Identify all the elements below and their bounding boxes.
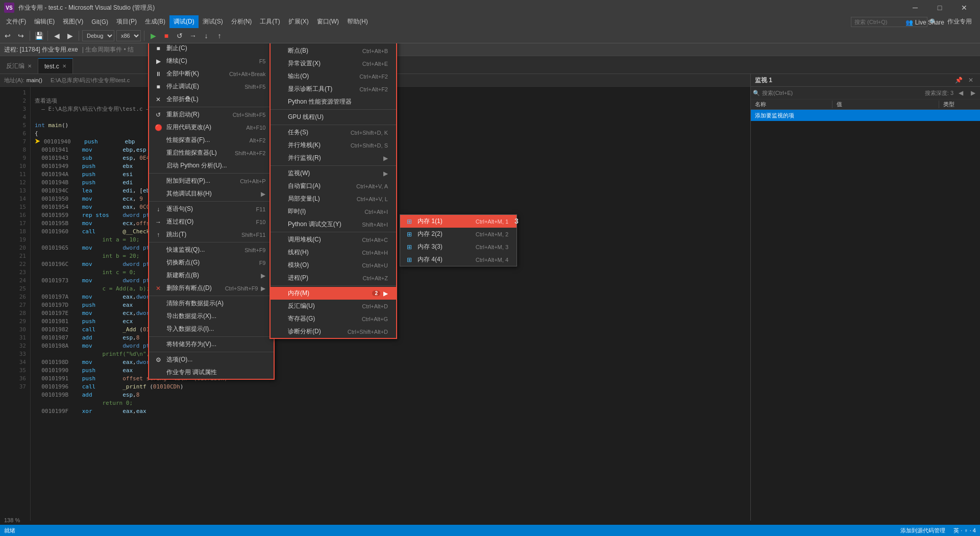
menu-extensions[interactable]: 扩展(X) (284, 15, 313, 28)
wm-python-interactive[interactable]: Python 调试交互(Y) Shift+Alt+I (271, 218, 396, 231)
watch-add-row[interactable]: 添加要监视的项 (751, 110, 980, 121)
menu-test[interactable]: 测试(S) (199, 15, 227, 28)
dm-delete-all-bp[interactable]: ✕ 删除所有断点(D) Ctrl+Shift+F9 ▶ (149, 282, 274, 295)
status-source-control[interactable]: 添加到源代码管理 (900, 527, 945, 534)
dm-other-targets[interactable]: 其他调试目标(H) ▶ (149, 187, 274, 200)
dm-toggle-bp[interactable]: 切换断点(G) F9 (149, 256, 274, 269)
wm-parallel-stacks[interactable]: 并行堆栈(K) Ctrl+Shift+D, S (271, 139, 396, 152)
menu-help[interactable]: 帮助(H) (343, 15, 372, 28)
dm-new-bp[interactable]: 新建断点(B) ▶ (149, 269, 274, 282)
mem-3[interactable]: ⊞ 内存 3(3) Ctrl+Alt+M, 3 (400, 240, 517, 253)
live-share-label: Live Share (915, 19, 944, 26)
debug-config-dropdown[interactable]: Debug (82, 30, 114, 41)
start-btn[interactable]: ▶ (148, 30, 159, 41)
restart-btn[interactable]: ↺ (174, 30, 185, 41)
wm-tasks[interactable]: 任务(S) Ctrl+Shift+D, K (271, 126, 396, 139)
wm-python-perf[interactable]: Python 性能资源管理器 (271, 95, 396, 108)
tab-testc-close[interactable]: ✕ (62, 63, 66, 69)
menu-git[interactable]: Git(G) (87, 15, 112, 28)
menu-analyze[interactable]: 分析(N) (227, 15, 256, 28)
dm-step-over[interactable]: → 逐过程(O) F10 (149, 215, 274, 228)
dm-step-out[interactable]: ↑ 跳出(T) Shift+F11 (149, 228, 274, 241)
menu-window[interactable]: 窗口(W) (313, 15, 343, 28)
back-btn[interactable]: ◀ (51, 30, 62, 41)
wm-autos[interactable]: 自动窗口(A) Ctrl+Alt+V, A (271, 180, 396, 192)
watch-nav-back[interactable]: ◀ (955, 88, 966, 98)
mem-badge: 2 (372, 290, 380, 296)
step-over-btn[interactable]: → (187, 30, 199, 41)
menu-debug[interactable]: 调试(D) (169, 15, 199, 28)
wm-callstack[interactable]: 调用堆栈(C) Ctrl+Alt+C (271, 233, 396, 246)
wm-disasm[interactable]: 反汇编(U) Ctrl+Alt+D (271, 300, 396, 312)
menu-file[interactable]: 文件(F) (2, 15, 30, 28)
menu-build[interactable]: 生成(B) (141, 15, 169, 28)
step-into-btn[interactable]: ↓ (201, 30, 212, 41)
dm-collapse[interactable]: ✕ 全部折叠(L) (149, 93, 274, 106)
dm-apply-code[interactable]: 🔴 应用代码更改(A) Alt+F10 (149, 121, 274, 134)
undo-btn[interactable]: ↩ (2, 30, 13, 41)
window-controls: ─ □ ✕ (903, 0, 976, 15)
minimize-button[interactable]: ─ (903, 0, 927, 15)
watch-header: 监视 1 📌 ✕ (751, 74, 980, 87)
dm-sep4 (149, 242, 274, 242)
dm-save-dump[interactable]: 将转储另存为(V)... (149, 338, 274, 351)
wm-diagnostic-analysis[interactable]: 诊断分析(D) Ctrl+Shift+Alt+D (271, 325, 396, 338)
dm-perf-profiler[interactable]: 性能探查器(F)... Alt+F2 (149, 134, 274, 147)
wm-breakpoints[interactable]: 断点(B) Ctrl+Alt+B (271, 44, 396, 57)
watch-nav-forward[interactable]: ▶ (968, 88, 978, 98)
tab-bar: 反汇编 ✕ test.c ✕ (0, 56, 980, 74)
dm-attach-process[interactable]: 附加到进程(P)... Ctrl+Alt+P (149, 175, 274, 187)
wm-locals[interactable]: 局部变量(L) Ctrl+Alt+V, L (271, 192, 396, 205)
wm-parallel-watch[interactable]: 并行监视(R) ▶ (271, 152, 396, 164)
wm-modules[interactable]: 模块(O) Ctrl+Alt+U (271, 259, 396, 272)
menu-view[interactable]: 视图(V) (59, 15, 87, 28)
tab-testc[interactable]: test.c ✕ (38, 58, 73, 74)
dm-break-all[interactable]: ⏸ 全部中断(K) Ctrl+Alt+Break (149, 67, 274, 80)
memory-submenu: ⊞ 内存 1(1) Ctrl+Alt+M, 1 ⊞ 内存 2(2) Ctrl+A… (400, 214, 517, 266)
close-button[interactable]: ✕ (952, 0, 976, 15)
live-share-btn[interactable]: 👥 Live Share (900, 16, 949, 29)
dm-clear-data-tips[interactable]: 清除所有数据提示(A) (149, 297, 274, 310)
dm-python-profile[interactable]: 启动 Python 分析(U)... (149, 159, 274, 172)
dm-stop-debug[interactable]: ■ 停止调试(E) Shift+F5 (149, 80, 274, 93)
wm-output[interactable]: 输出(O) Ctrl+Alt+F2 (271, 70, 396, 83)
maximize-button[interactable]: □ (928, 0, 951, 15)
wm-immediate[interactable]: 即时(I) Ctrl+Alt+I (271, 205, 396, 218)
wm-exceptions[interactable]: 异常设置(X) Ctrl+Alt+E (271, 57, 396, 70)
wm-threads[interactable]: 线程(H) Ctrl+Alt+H (271, 246, 396, 259)
dm-quickwatch[interactable]: 快速监视(Q)... Shift+F9 (149, 243, 274, 256)
stop-btn[interactable]: ■ (161, 30, 172, 41)
save-btn[interactable]: 💾 (33, 30, 44, 41)
watch-close-btn[interactable]: ✕ (966, 75, 976, 85)
wm-diag-tools[interactable]: 显示诊断工具(T) Ctrl+Alt+F2 (271, 83, 396, 95)
dm-options[interactable]: ⚙ 选项(O)... (149, 353, 274, 366)
tab-disasm[interactable]: 反汇编 ✕ (0, 58, 38, 74)
mem-1[interactable]: ⊞ 内存 1(1) Ctrl+Alt+M, 1 (400, 215, 517, 228)
dm-continue[interactable]: ▶ 继续(C) F5 (149, 55, 274, 67)
tab-disasm-close[interactable]: ✕ (28, 63, 32, 69)
dm-restart-profiler[interactable]: 重启性能探查器(L) Shift+Alt+F2 (149, 147, 274, 159)
menu-project[interactable]: 项目(P) (112, 15, 141, 28)
dm-step-into[interactable]: ↓ 逐语句(S) F11 (149, 203, 274, 215)
dm-export-tips[interactable]: 导出数据提示(X)... (149, 310, 274, 323)
redo-btn[interactable]: ↪ (15, 30, 27, 41)
watch-pin-btn[interactable]: 📌 (953, 75, 964, 85)
wm-watch[interactable]: 监视(W) ▶ (271, 167, 396, 180)
wm-gpu-threads[interactable]: GPU 线程(U) (271, 111, 396, 124)
platform-dropdown[interactable]: x86 (116, 30, 141, 41)
forward-btn[interactable]: ▶ (64, 30, 76, 41)
dm-collapse-icon: ✕ (153, 96, 163, 103)
wm-memory[interactable]: 内存(M) 2 ▶ (271, 287, 396, 300)
dm-project-props[interactable]: 作业专用 调试属性 (149, 366, 274, 379)
dm-import-tips[interactable]: 导入数据提示(I)... (149, 323, 274, 335)
menu-tools[interactable]: 工具(T) (256, 15, 284, 28)
dm-stop[interactable]: ■ 删止(C) (149, 42, 274, 55)
wm-sep1 (271, 109, 396, 110)
dm-restart[interactable]: ↺ 重新启动(R) Ctrl+Shift+F5 (149, 108, 274, 121)
wm-processes[interactable]: 进程(P) Ctrl+Alt+Z (271, 272, 396, 284)
wm-registers[interactable]: 寄存器(G) Ctrl+Alt+G (271, 312, 396, 325)
step-out-btn[interactable]: ↑ (214, 30, 225, 41)
mem-2[interactable]: ⊞ 内存 2(2) Ctrl+Alt+M, 2 (400, 228, 517, 240)
menu-edit[interactable]: 编辑(E) (30, 15, 59, 28)
mem-4[interactable]: ⊞ 内存 4(4) Ctrl+Alt+M, 4 (400, 253, 517, 266)
